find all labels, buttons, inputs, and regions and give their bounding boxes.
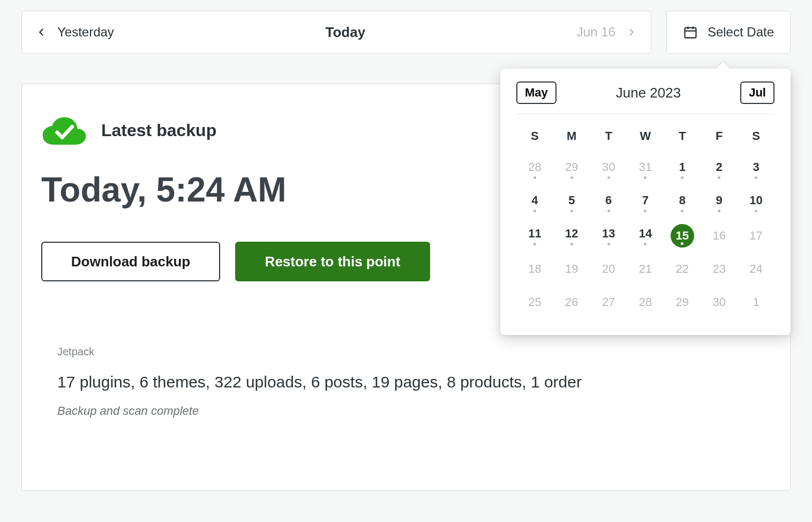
- calendar-day-number: 31: [639, 160, 652, 174]
- backup-status-note: Backup and scan complete: [57, 404, 764, 418]
- calendar-day[interactable]: 1: [664, 153, 701, 186]
- calendar-day-number: 26: [565, 295, 578, 309]
- calendar-day-number: 29: [565, 160, 578, 174]
- calendar-dow: T: [590, 124, 627, 153]
- date-nav-container: Yesterday Today Jun 16: [21, 11, 651, 54]
- calendar-day-number: 7: [642, 193, 649, 207]
- date-navigation-bar: Yesterday Today Jun 16 Select Date: [21, 11, 791, 54]
- calendar-day-number: 1: [679, 160, 686, 174]
- calendar-day: 29: [664, 286, 701, 319]
- calendar-day: 26: [553, 286, 590, 319]
- calendar-day-number: 30: [602, 160, 615, 174]
- calendar-day: 28: [516, 153, 553, 186]
- calendar-day: 27: [590, 286, 627, 319]
- calendar-day-number: 14: [639, 227, 652, 241]
- restore-button[interactable]: Restore to this point: [235, 242, 430, 281]
- calendar-day: 29: [553, 153, 590, 186]
- chevron-left-icon: [37, 27, 47, 37]
- calendar-day-number: 30: [712, 295, 725, 309]
- download-backup-button[interactable]: Download backup: [41, 242, 220, 281]
- latest-backup-title: Latest backup: [101, 121, 216, 140]
- calendar-day: 18: [516, 252, 553, 286]
- calendar-day: 31: [627, 153, 664, 186]
- calendar-day-dot-icon: [607, 243, 610, 245]
- calendar-dow: M: [553, 124, 590, 153]
- calendar-grid: SMTWTFS282930311234567891011121314151617…: [516, 124, 775, 319]
- cloud-check-icon: [41, 114, 87, 146]
- calendar-day-number: 16: [712, 229, 725, 243]
- calendar-day-dot-icon: [570, 176, 573, 179]
- calendar-day: 30: [590, 153, 627, 186]
- calendar-day: 23: [701, 252, 738, 286]
- calendar-day[interactable]: 13: [590, 219, 627, 252]
- calendar-day-number: 23: [712, 262, 725, 276]
- calendar-day-dot-icon: [644, 243, 646, 245]
- calendar-day-number: 27: [602, 295, 615, 309]
- calendar-day-number: 8: [679, 193, 686, 207]
- select-date-label: Select Date: [708, 25, 774, 40]
- calendar-day: 25: [516, 286, 553, 319]
- calendar-dow: S: [516, 124, 553, 153]
- prev-day-button[interactable]: Yesterday: [37, 25, 114, 40]
- calendar-day-number: 12: [565, 227, 578, 241]
- calendar-day-number: 20: [602, 262, 615, 276]
- calendar-day[interactable]: 11: [516, 219, 553, 252]
- calendar-day-number: 11: [528, 227, 541, 241]
- calendar-day[interactable]: 8: [664, 186, 701, 219]
- calendar-day-dot-icon: [644, 210, 646, 212]
- calendar-day-number: 10: [749, 193, 762, 207]
- calendar-day: 24: [738, 252, 775, 286]
- calendar-day[interactable]: 2: [701, 153, 738, 186]
- calendar-dow: T: [664, 124, 701, 153]
- calendar-day[interactable]: 4: [516, 186, 553, 219]
- calendar-day-dot-icon: [570, 243, 573, 245]
- site-name-label: Jetpack: [57, 346, 764, 358]
- calendar-day-number: 2: [716, 160, 723, 174]
- calendar-day-dot-icon: [718, 176, 720, 179]
- calendar-day: 28: [627, 286, 664, 319]
- calendar-day-dot-icon: [718, 210, 720, 212]
- calendar-day-dot-icon: [755, 210, 757, 212]
- calendar-day-dot-icon: [755, 176, 757, 179]
- calendar-day[interactable]: 10: [738, 186, 775, 219]
- calendar-title: June 2023: [616, 85, 681, 101]
- calendar-day[interactable]: 15: [664, 219, 701, 252]
- next-day-label: Jun 16: [577, 25, 615, 40]
- calendar-day: 22: [664, 252, 701, 286]
- calendar-day: 17: [738, 219, 775, 252]
- calendar-day: 1: [738, 286, 775, 319]
- calendar-day-dot-icon: [533, 243, 536, 245]
- calendar-day-dot-icon: [681, 210, 683, 212]
- calendar-day[interactable]: 9: [701, 186, 738, 219]
- calendar-icon: [683, 25, 698, 40]
- calendar-day[interactable]: 6: [590, 186, 627, 219]
- next-day-button[interactable]: Jun 16: [577, 25, 636, 40]
- calendar-day-number: 24: [749, 262, 762, 276]
- calendar-day[interactable]: 7: [627, 186, 664, 219]
- calendar-day-dot-icon: [607, 210, 610, 212]
- calendar-day-number: 29: [676, 295, 689, 309]
- prev-month-button[interactable]: May: [516, 81, 557, 104]
- calendar-day[interactable]: 5: [553, 186, 590, 219]
- calendar-day-number: 4: [531, 193, 538, 207]
- next-month-button[interactable]: Jul: [740, 81, 775, 104]
- calendar-day-number: 9: [716, 193, 723, 207]
- calendar-day-dot-icon: [570, 210, 573, 212]
- calendar-day-number: 17: [749, 229, 762, 243]
- calendar-day: 20: [590, 252, 627, 286]
- date-picker-popover: May June 2023 Jul SMTWTFS282930311234567…: [500, 69, 791, 335]
- calendar-day[interactable]: 14: [627, 219, 664, 252]
- chevron-right-icon: [626, 27, 636, 37]
- calendar-day: 21: [627, 252, 664, 286]
- calendar-day[interactable]: 3: [738, 153, 775, 186]
- calendar-header: May June 2023 Jul: [516, 81, 775, 114]
- calendar-day-dot-icon: [644, 176, 646, 179]
- calendar-day-number: 28: [528, 160, 541, 174]
- calendar-day[interactable]: 12: [553, 219, 590, 252]
- select-date-button[interactable]: Select Date: [666, 11, 791, 54]
- calendar-day-number: 19: [565, 262, 578, 276]
- current-day-label: Today: [326, 24, 366, 41]
- calendar-day-dot-icon: [681, 176, 683, 179]
- calendar-day-number: 5: [568, 193, 575, 207]
- calendar-dow: F: [701, 124, 738, 153]
